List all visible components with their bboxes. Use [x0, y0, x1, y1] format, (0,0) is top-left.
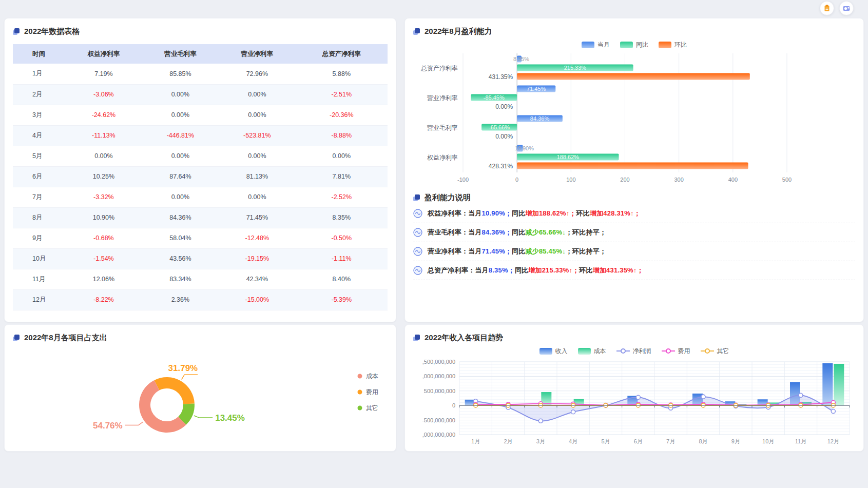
table-row: 2月-3.06%0.00%0.00%-2.51%	[13, 84, 388, 105]
legend-item-收入[interactable]: 收入	[539, 347, 568, 356]
svg-text:300: 300	[674, 177, 683, 183]
svg-text:400: 400	[728, 177, 738, 183]
table-cell: 0.00%	[219, 84, 295, 105]
panel-bullet-icon	[413, 28, 420, 35]
table-row: 10月-1.54%43.56%-19.15%-1.11%	[13, 248, 388, 269]
table-cell: -0.68%	[65, 228, 142, 248]
panel-title: 2022年数据表格	[24, 27, 80, 36]
svg-text:100: 100	[566, 177, 575, 183]
table-cell: -446.81%	[142, 125, 219, 146]
clipboard-button[interactable]	[820, 1, 834, 15]
divider	[413, 223, 855, 223]
svg-text:215.33%: 215.33%	[564, 65, 587, 71]
svg-text:-65.66%: -65.66%	[489, 124, 510, 130]
legend-item-当月[interactable]: 当月	[582, 41, 610, 49]
pulse-icon	[413, 228, 422, 237]
note-item: 权益净利率：当月10.90%；同比增加188.62%↑；环比增加428.31%↑…	[413, 209, 855, 218]
table-cell: -11.13%	[65, 125, 142, 146]
hbar-bar-环比	[517, 73, 750, 80]
svg-text:431.35%: 431.35%	[489, 73, 513, 81]
row-label: 9月	[13, 228, 65, 248]
note-text: 权益净利率：当月10.90%；同比增加188.62%↑；环比增加428.31%↑…	[428, 209, 641, 218]
note-text: 营业净利率：当月71.45%；同比减少85.45%↓；环比持平；	[428, 247, 606, 256]
divider	[413, 242, 855, 242]
row-label: 8月	[13, 207, 65, 228]
svg-text:71.45%: 71.45%	[527, 86, 546, 92]
legend-item-成本[interactable]: 成本	[358, 373, 379, 380]
table-cell: 8.40%	[296, 269, 388, 289]
trend-combo-chart: ,500,000,000,000,000,000500,000,0000-500…	[413, 357, 855, 452]
donut-label: 31.79%	[168, 363, 198, 373]
table-cell: 42.34%	[219, 269, 295, 289]
trend-x-label: 7月	[666, 438, 675, 444]
svg-text:费用: 费用	[366, 388, 378, 396]
screenshot-button[interactable]	[839, 1, 854, 15]
svg-text:-100: -100	[457, 177, 469, 183]
legend-item-成本[interactable]: 成本	[578, 347, 606, 356]
column-header: 权益净利率	[65, 44, 142, 64]
table-cell: 8.35%	[296, 207, 388, 228]
trend-x-label: 3月	[536, 438, 545, 444]
table-cell: 2.36%	[142, 289, 219, 310]
table-cell: -2.51%	[296, 84, 388, 105]
panel-table: 2022年数据表格 时间权益净利率营业毛利率营业净利率总资产净利率 1月7.19…	[4, 18, 396, 322]
trend-x-label: 10月	[762, 438, 774, 444]
legend-item-其它[interactable]: 其它	[358, 404, 379, 412]
panel-bullet-icon	[413, 194, 420, 201]
legend-item-同比[interactable]: 同比	[620, 41, 648, 49]
svg-text:,000,000,000: ,000,000,000	[422, 432, 455, 438]
legend-item-其它[interactable]: 其它	[701, 347, 729, 356]
legend-line-icon	[701, 348, 714, 354]
column-header: 营业毛利率	[142, 44, 219, 64]
svg-text:10.90%: 10.90%	[515, 145, 534, 151]
table-cell: -2.52%	[296, 187, 388, 207]
legend-item-费用[interactable]: 费用	[662, 347, 690, 356]
table-row: 4月-11.13%-446.81%-523.81%-8.88%	[13, 125, 388, 146]
trend-bar-收入	[822, 363, 833, 405]
table-cell: -12.48%	[219, 228, 295, 248]
panel-grid: 2022年数据表格 时间权益净利率营业毛利率营业净利率总资产净利率 1月7.19…	[4, 18, 864, 452]
table-cell: 10.25%	[65, 166, 142, 187]
trend-x-label: 5月	[601, 438, 610, 444]
table-cell: 0.00%	[142, 187, 219, 207]
svg-text:84.36%: 84.36%	[530, 115, 550, 122]
panel-title: 2022年收入各项目趋势	[425, 333, 503, 343]
hbar-category-label: 总资产净利率	[420, 65, 458, 72]
pulse-icon	[413, 247, 422, 256]
table-cell: 7.19%	[65, 64, 142, 84]
note-header: 盈利能力说明	[413, 191, 855, 204]
svg-text:0.00%: 0.00%	[495, 133, 513, 140]
svg-text:-85.45%: -85.45%	[484, 94, 505, 101]
svg-text:0.00%: 0.00%	[495, 103, 513, 110]
panel-expense: 2022年8月各项目占支出 31.79%13.45%54.76%成本费用其它	[4, 324, 396, 452]
note-item: 营业毛利率：当月84.36%；同比减少65.66%↓；环比持平；	[413, 228, 855, 237]
svg-text:200: 200	[620, 177, 629, 183]
legend-swatch	[659, 42, 671, 48]
table-cell: -19.15%	[219, 248, 295, 269]
legend-item-环比[interactable]: 环比	[659, 41, 687, 49]
svg-text:其它: 其它	[366, 404, 378, 412]
svg-text:0: 0	[515, 177, 518, 183]
table-cell: 0.00%	[142, 105, 219, 125]
svg-text:500,000,000: 500,000,000	[424, 388, 455, 394]
table-cell: 85.85%	[142, 64, 219, 84]
legend-item-费用[interactable]: 费用	[358, 388, 379, 396]
table-cell: -8.88%	[296, 125, 388, 146]
panel-profit: 2022年8月盈利能力 当月同比环比 -1000100200300400500总…	[404, 18, 864, 322]
row-label: 1月	[13, 64, 65, 84]
panel-trend: 2022年收入各项目趋势 收入成本净利润费用其它 ,500,000,000,00…	[404, 324, 864, 452]
note-item: 总资产净利率：当月8.35%；同比增加215.33%↑；环比增加431.35%↑…	[413, 266, 855, 275]
table-cell: -0.50%	[296, 228, 388, 248]
table-cell: 10.90%	[65, 207, 142, 228]
svg-text:-500,000,000: -500,000,000	[422, 417, 455, 423]
screenshot-icon	[842, 4, 851, 12]
note-items: 权益净利率：当月10.90%；同比增加188.62%↑；环比增加428.31%↑…	[413, 209, 855, 280]
legend-line-icon	[616, 348, 630, 354]
trend-x-label: 12月	[827, 438, 839, 444]
hbar-category-label: 权益净利率	[427, 154, 458, 161]
table-panel-header: 2022年数据表格	[13, 25, 388, 38]
table-cell: -3.32%	[65, 187, 142, 207]
legend-item-净利润[interactable]: 净利润	[616, 347, 651, 356]
table-cell: -8.22%	[65, 289, 142, 310]
table-cell: 0.00%	[219, 146, 295, 166]
